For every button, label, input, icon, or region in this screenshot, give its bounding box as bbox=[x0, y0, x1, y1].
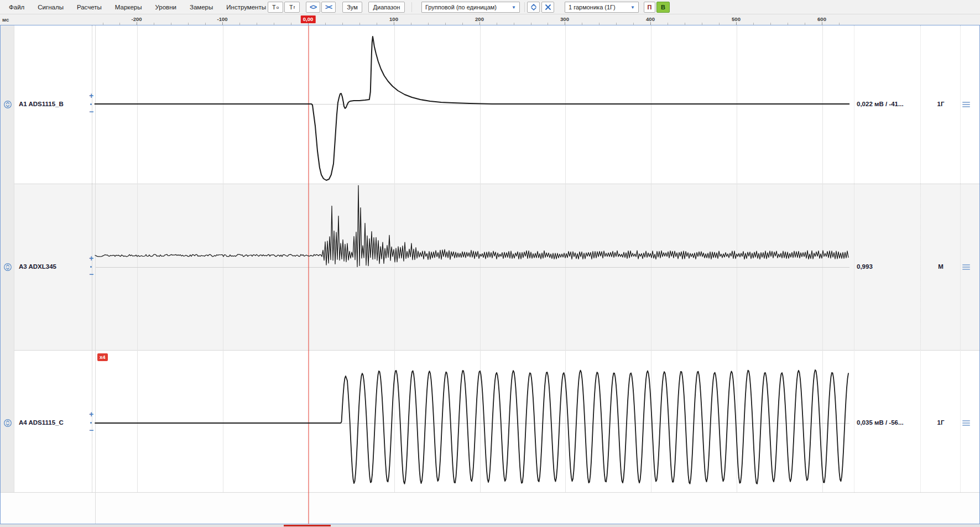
a4-multiplier-badge: x4 bbox=[97, 353, 108, 361]
a4-scale-minus-button[interactable]: − bbox=[87, 427, 96, 434]
range-button[interactable]: Диапазон bbox=[368, 2, 405, 13]
channel-drag-icon[interactable] bbox=[3, 100, 12, 109]
expand-horizontal-icon[interactable]: <> bbox=[306, 2, 320, 13]
ruler-tick: -200 bbox=[131, 16, 142, 22]
toolbar-separator bbox=[524, 2, 525, 12]
expand-vertical-icon[interactable] bbox=[527, 2, 540, 13]
a1-scale-minus-button[interactable]: − bbox=[87, 108, 96, 115]
ruler-tick: 100 bbox=[389, 16, 398, 22]
channel-menu-icon[interactable] bbox=[962, 102, 970, 108]
channel-a3-name[interactable]: A3 ADXL345 bbox=[19, 263, 91, 270]
ruler-tick: -100 bbox=[217, 16, 227, 22]
channel-a1-name[interactable]: A1 ADS1115_B bbox=[19, 101, 91, 107]
a4-scale-dot bbox=[90, 422, 92, 424]
menu-tools[interactable]: Инструменты bbox=[220, 4, 273, 11]
tf-button[interactable]: Tf bbox=[284, 2, 300, 13]
channel-a4-name[interactable]: A4 ADS1115_C bbox=[19, 419, 91, 426]
channel-a1-section[interactable] bbox=[1, 25, 979, 184]
a1-zero-line bbox=[96, 104, 849, 105]
channel-menu-icon[interactable] bbox=[962, 420, 970, 427]
x-scale-icon[interactable] bbox=[541, 2, 554, 13]
ruler-tick: 200 bbox=[475, 16, 484, 22]
t0-label: T bbox=[272, 4, 276, 11]
section-divider bbox=[1, 350, 979, 351]
chevron-down-icon: ▼ bbox=[512, 5, 516, 10]
signal-panel: A1 ADS1115_B + − 0,022 мВ / -41... 1Г A3… bbox=[0, 25, 980, 524]
cursor-time-badge[interactable]: 0,00 bbox=[301, 15, 316, 23]
p-mode-button[interactable]: П bbox=[644, 2, 655, 13]
channel-a1-unit: 1Г bbox=[927, 101, 955, 107]
channel-a3-unit: М bbox=[927, 263, 955, 270]
tf-sub: f bbox=[294, 5, 295, 10]
toolbar-separator bbox=[411, 2, 412, 12]
channel-a4-unit: 1Г bbox=[927, 419, 955, 426]
collapse-horizontal-icon[interactable]: >< bbox=[321, 2, 336, 13]
channel-menu-icon[interactable] bbox=[962, 264, 970, 271]
ruler-unit-label: мс bbox=[2, 17, 9, 23]
menu-file[interactable]: Файл bbox=[2, 4, 31, 11]
overview-scrollbar[interactable] bbox=[0, 524, 980, 527]
group-mode-select[interactable]: Групповой (по единицам) ▼ bbox=[421, 2, 520, 13]
bottom-strip bbox=[1, 492, 979, 524]
menu-bar: Файл Сигналы Расчеты Маркеры Уровни Заме… bbox=[2, 0, 273, 14]
menu-calculations[interactable]: Расчеты bbox=[70, 4, 108, 11]
ruler-tick: 600 bbox=[817, 16, 826, 22]
channel-a4-section[interactable] bbox=[1, 350, 979, 492]
a4-zero-line bbox=[96, 423, 849, 424]
menu-markers[interactable]: Маркеры bbox=[108, 4, 149, 11]
a1-scale-dot bbox=[90, 103, 92, 105]
section-divider bbox=[1, 492, 979, 493]
channel-drag-icon[interactable] bbox=[3, 419, 12, 427]
harmonic-select[interactable]: 1 гармоника (1Г) ▼ bbox=[565, 2, 639, 13]
ruler-tick: 500 bbox=[732, 16, 741, 22]
group-mode-value: Групповой (по единицам) bbox=[425, 4, 497, 11]
tf-label: T bbox=[289, 4, 293, 11]
a3-zero-line bbox=[96, 267, 849, 268]
a3-scale-dot bbox=[90, 266, 92, 268]
v-mode-button[interactable]: В bbox=[656, 2, 670, 13]
channel-drag-icon[interactable] bbox=[3, 263, 12, 272]
a3-scale-plus-button[interactable]: + bbox=[87, 255, 96, 262]
oscilloscope-app: Файл Сигналы Расчеты Маркеры Уровни Заме… bbox=[0, 0, 980, 527]
t0-sub: o bbox=[277, 5, 279, 10]
top-toolbar: Файл Сигналы Расчеты Маркеры Уровни Заме… bbox=[0, 0, 980, 14]
menu-levels[interactable]: Уровни bbox=[149, 4, 183, 11]
t0-button[interactable]: To bbox=[268, 2, 283, 13]
ruler-tick: 300 bbox=[560, 16, 569, 22]
overview-cursor-marker[interactable] bbox=[284, 525, 331, 526]
a4-scale-plus-button[interactable]: + bbox=[87, 411, 96, 418]
zoom-button[interactable]: Зум bbox=[342, 2, 362, 13]
time-cursor-line[interactable] bbox=[308, 25, 309, 524]
a1-scale-plus-button[interactable]: + bbox=[87, 92, 96, 99]
value-column-divider bbox=[960, 25, 961, 492]
menu-signals[interactable]: Сигналы bbox=[31, 4, 70, 11]
a3-scale-minus-button[interactable]: − bbox=[87, 271, 96, 278]
time-ruler[interactable]: мс -200 -100 100 200 300 400 500 600 0,0… bbox=[0, 14, 980, 25]
value-column-divider bbox=[854, 25, 854, 492]
p-mode-label: П bbox=[648, 4, 652, 11]
section-divider bbox=[1, 184, 979, 184]
harmonic-value: 1 гармоника (1Г) bbox=[569, 4, 616, 11]
ruler-tick: 400 bbox=[646, 16, 655, 22]
chevron-down-icon: ▼ bbox=[630, 5, 635, 10]
menu-measurements[interactable]: Замеры bbox=[183, 4, 220, 11]
